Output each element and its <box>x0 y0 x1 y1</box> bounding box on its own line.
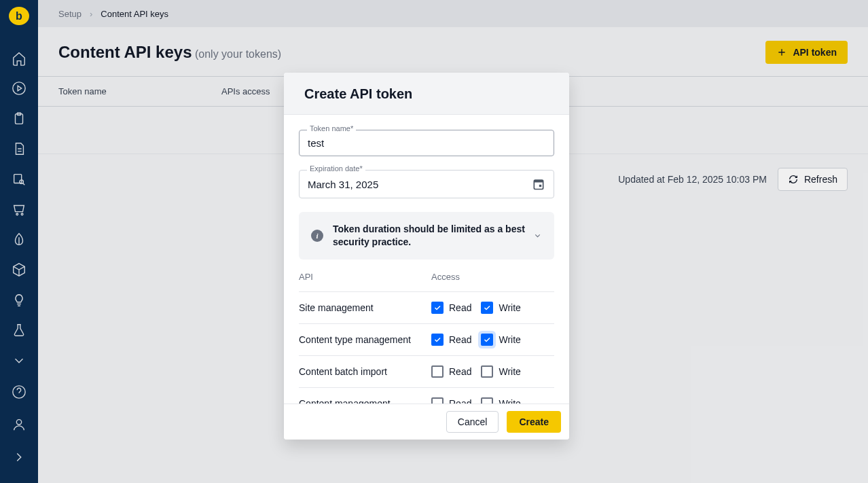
permission-access-group: ReadWrite <box>431 365 521 378</box>
flask-icon[interactable] <box>5 318 33 343</box>
document-icon[interactable] <box>5 137 33 162</box>
modal-body: Token name* Expiration date* March 31, 2… <box>284 115 569 404</box>
play-icon[interactable] <box>5 76 33 101</box>
write-checkbox[interactable] <box>481 302 493 314</box>
permission-row: Content type managementReadWrite <box>299 323 554 355</box>
modal-header: Create API token <box>284 73 569 115</box>
permission-access-group: ReadWrite <box>431 397 521 404</box>
token-name-input[interactable] <box>299 130 554 156</box>
info-icon: i <box>311 230 323 242</box>
permission-api-name: Content management <box>299 398 431 404</box>
leaf-icon[interactable] <box>5 227 33 252</box>
read-label: Read <box>449 334 471 345</box>
svg-point-8 <box>16 420 21 425</box>
write-label: Write <box>499 366 520 377</box>
svg-rect-11 <box>539 185 541 187</box>
clipboard-icon[interactable] <box>5 106 33 131</box>
chevron-down-icon[interactable] <box>5 348 33 374</box>
permissions-list: Site managementReadWriteContent type man… <box>299 291 554 404</box>
write-label: Write <box>499 398 520 404</box>
checkbox-group-write: Write <box>481 334 520 346</box>
home-icon[interactable] <box>5 46 33 71</box>
permission-row: Content managementReadWrite <box>299 387 554 404</box>
checkbox-group-write: Write <box>481 302 520 314</box>
permission-row: Site managementReadWrite <box>299 291 554 323</box>
logo[interactable]: b <box>9 7 29 25</box>
permission-api-name: Content batch import <box>299 366 431 377</box>
read-label: Read <box>449 302 471 313</box>
svg-point-5 <box>16 213 18 215</box>
modal-title: Create API token <box>304 86 549 102</box>
svg-point-6 <box>21 213 23 215</box>
write-label: Write <box>499 302 520 313</box>
expiration-date-value: March 31, 2025 <box>308 179 378 190</box>
user-icon[interactable] <box>5 411 33 438</box>
svg-rect-3 <box>14 174 22 183</box>
checkbox-group-write: Write <box>481 365 520 378</box>
cart-icon[interactable] <box>5 197 33 222</box>
create-api-token-modal: Create API token Token name* Expiration … <box>284 73 569 440</box>
help-icon[interactable] <box>5 378 33 406</box>
checkbox-group-read: Read <box>431 365 471 378</box>
checkbox-group-read: Read <box>431 397 471 404</box>
permissions-header: API Access <box>299 269 554 291</box>
checkbox-group-write: Write <box>481 397 520 404</box>
token-name-field: Token name* <box>299 130 554 156</box>
chevron-down-icon[interactable] <box>533 230 542 242</box>
ph-api: API <box>299 272 431 282</box>
expiration-date-label: Expiration date* <box>307 164 365 173</box>
token-name-label: Token name* <box>307 124 356 132</box>
ph-access: Access <box>431 272 460 282</box>
checkbox-group-read: Read <box>431 302 471 314</box>
svg-point-0 <box>13 82 25 94</box>
read-checkbox[interactable] <box>431 365 444 378</box>
write-checkbox[interactable] <box>481 365 493 378</box>
write-checkbox[interactable] <box>481 334 493 346</box>
write-label: Write <box>499 334 520 345</box>
sidebar: b <box>0 0 38 483</box>
read-checkbox[interactable] <box>431 334 444 346</box>
calendar-icon[interactable] <box>532 177 545 191</box>
read-checkbox[interactable] <box>431 302 444 314</box>
lightbulb-icon[interactable] <box>5 288 33 313</box>
cube-icon[interactable] <box>5 257 33 283</box>
create-button[interactable]: Create <box>507 411 561 433</box>
write-checkbox[interactable] <box>481 397 493 404</box>
expiration-date-input[interactable]: March 31, 2025 <box>299 170 554 198</box>
search-list-icon[interactable] <box>5 166 33 192</box>
svg-rect-10 <box>534 180 543 182</box>
read-label: Read <box>449 366 471 377</box>
checkbox-group-read: Read <box>431 334 471 346</box>
read-checkbox[interactable] <box>431 397 444 404</box>
permission-api-name: Site management <box>299 302 431 313</box>
modal-footer: Cancel Create <box>284 404 569 440</box>
permission-access-group: ReadWrite <box>431 302 521 314</box>
expand-icon[interactable] <box>5 444 33 471</box>
read-label: Read <box>449 398 471 404</box>
expiration-date-field: Expiration date* March 31, 2025 <box>299 170 554 198</box>
info-callout[interactable]: i Token duration should be limited as a … <box>299 212 554 260</box>
cancel-button[interactable]: Cancel <box>446 411 499 433</box>
permission-row: Content batch importReadWrite <box>299 355 554 387</box>
info-text: Token duration should be limited as a be… <box>333 223 525 249</box>
permission-api-name: Content type management <box>299 334 431 345</box>
permission-access-group: ReadWrite <box>431 334 521 346</box>
